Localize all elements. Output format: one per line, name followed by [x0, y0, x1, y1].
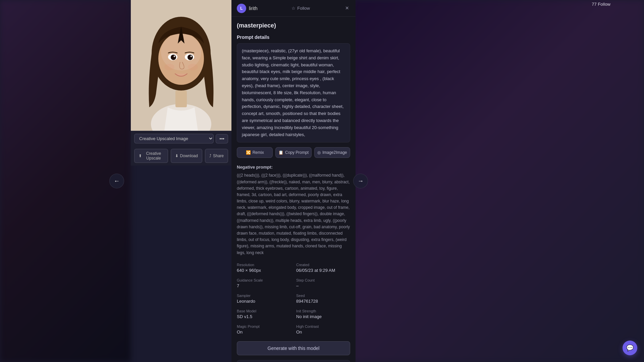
generate-with-model-button[interactable]: Generate with this model	[237, 341, 350, 355]
avatar: L	[237, 4, 246, 13]
created-item: Created 06/05/23 at 9:29 AM	[296, 263, 350, 273]
magic-prompt-value: On	[237, 329, 291, 335]
image-type-select[interactable]: Creative Upscaled Image	[134, 134, 214, 143]
remix-button[interactable]: 🔀 Remix	[237, 147, 273, 158]
details-panel: L lirith ☆ Follow × (masterpiece) Prompt…	[231, 0, 356, 362]
chat-support-button[interactable]: 💬	[623, 341, 637, 355]
sampler-label: Sampler	[237, 294, 291, 298]
upscale-icon: ⬆	[139, 154, 142, 158]
step-count-item: Step Count –	[296, 278, 350, 288]
panel-content: (masterpiece) Prompt details (masterpiec…	[231, 17, 356, 362]
svg-rect-2	[175, 90, 187, 107]
follow-count-badge: 77 Follow	[592, 2, 610, 7]
svg-point-9	[187, 55, 193, 60]
base-model-label: Base Model	[237, 309, 291, 313]
sampler-item: Sampler Leonardo	[237, 294, 291, 304]
seed-label: Seed	[296, 294, 350, 298]
svg-point-13	[188, 64, 198, 70]
resolution-label: Resolution	[237, 263, 291, 267]
more-options-button[interactable]: •••	[216, 134, 228, 143]
follow-button[interactable]: ☆ Follow	[291, 6, 310, 11]
download-icon: ⬇	[175, 154, 178, 158]
close-button[interactable]: ×	[344, 3, 350, 13]
left-arrow-icon: ←	[114, 178, 120, 185]
main-image	[131, 0, 231, 131]
metadata-grid: Resolution 640 × 960px Created 06/05/23 …	[237, 263, 350, 335]
chat-icon: 💬	[626, 344, 634, 352]
init-strength-label: Init Strength	[296, 309, 350, 313]
username-label: lirith	[249, 6, 258, 11]
base-model-item: Base Model SD v1.5	[237, 309, 291, 319]
prev-image-button[interactable]: ←	[109, 174, 124, 188]
svg-point-11	[191, 56, 192, 57]
copy-prompt-button[interactable]: 📋 Copy Prompt	[275, 147, 311, 158]
init-strength-item: Init Strength No init image	[296, 309, 350, 319]
image-panel: Creative Upscaled Image ••• ⬆ Creative U…	[131, 0, 231, 275]
guidance-label: Guidance Scale	[237, 278, 291, 282]
user-info: L lirith	[237, 4, 258, 13]
bg-right-panel	[352, 0, 644, 362]
init-strength-value: No init image	[296, 314, 350, 319]
guidance-value: 7	[237, 283, 291, 288]
resolution-value: 640 × 960px	[237, 268, 291, 273]
prompt-text: (masterpiece), realistic, (27yr old fema…	[237, 43, 350, 142]
image2image-button[interactable]: ◎ Image2Image	[314, 147, 350, 158]
high-contrast-value: On	[296, 329, 350, 335]
svg-point-12	[164, 64, 174, 70]
svg-point-8	[171, 55, 176, 60]
img2img-icon: ◎	[317, 150, 321, 155]
copy-icon: 📋	[278, 150, 283, 155]
remix-icon: 🔀	[246, 150, 251, 155]
prompt-action-row: 🔀 Remix 📋 Copy Prompt ◎ Image2Image	[237, 147, 350, 158]
step-count-value: –	[296, 283, 350, 288]
next-image-button[interactable]: →	[353, 174, 368, 188]
guidance-item: Guidance Scale 7	[237, 278, 291, 288]
star-icon: ☆	[291, 6, 296, 11]
share-button[interactable]: ⤴ Share	[205, 149, 228, 163]
seed-value: 894761728	[296, 299, 350, 304]
image-controls: Creative Upscaled Image •••	[131, 131, 231, 146]
high-contrast-label: High Contrast	[296, 324, 350, 328]
step-count-label: Step Count	[296, 278, 350, 282]
created-label: Created	[296, 263, 350, 267]
action-buttons-row: ⬆ Creative Upscale ⬇ Download ⤴ Share	[131, 146, 231, 166]
base-model-value: SD v1.5	[237, 314, 291, 319]
negative-prompt-label: Negative prompt:	[237, 165, 350, 170]
creative-upscale-button[interactable]: ⬆ Creative Upscale	[134, 149, 168, 163]
resolution-item: Resolution 640 × 960px	[237, 263, 291, 273]
share-icon: ⤴	[209, 154, 211, 158]
right-arrow-icon: →	[358, 178, 364, 185]
panel-header: L lirith ☆ Follow ×	[231, 0, 356, 17]
seed-item: Seed 894761728	[296, 294, 350, 304]
magic-prompt-label: Magic Prompt	[237, 324, 291, 328]
download-button[interactable]: ⬇ Download	[171, 149, 202, 163]
image-title: (masterpiece)	[237, 22, 350, 29]
sampler-value: Leonardo	[237, 299, 291, 304]
high-contrast-item: High Contrast On	[296, 324, 350, 335]
portrait-illustration	[131, 0, 231, 131]
prompt-section-label: Prompt details	[237, 35, 350, 40]
magic-prompt-item: Magic Prompt On	[237, 324, 291, 335]
model-card: Finetuned Model RPG 4.0 →	[237, 360, 350, 362]
svg-point-10	[174, 56, 175, 57]
created-value: 06/05/23 at 9:29 AM	[296, 268, 350, 273]
negative-prompt-text: (((2 heads))), (((2 face))), (((duplicat…	[237, 172, 350, 256]
